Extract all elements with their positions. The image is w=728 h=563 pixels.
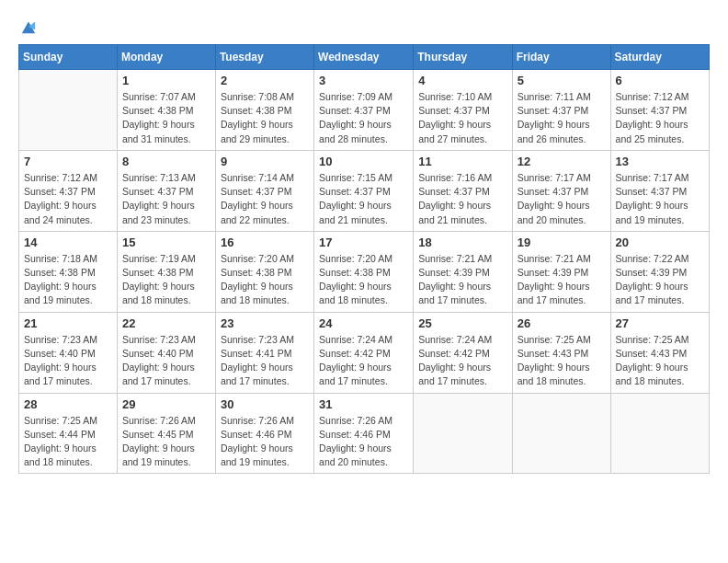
day-info: Sunrise: 7:21 AMSunset: 4:39 PMDaylight:… (518, 252, 606, 308)
calendar-cell: 22Sunrise: 7:23 AMSunset: 4:40 PMDayligh… (117, 312, 215, 393)
day-info: Sunrise: 7:14 AMSunset: 4:37 PMDaylight:… (221, 171, 309, 227)
calendar-cell: 5Sunrise: 7:11 AMSunset: 4:37 PMDaylight… (512, 70, 610, 151)
day-number: 8 (122, 155, 210, 168)
calendar-cell (610, 393, 709, 474)
day-number: 10 (319, 155, 408, 168)
calendar-cell: 26Sunrise: 7:25 AMSunset: 4:43 PMDayligh… (512, 312, 610, 393)
calendar-cell: 29Sunrise: 7:26 AMSunset: 4:45 PMDayligh… (117, 393, 215, 474)
header-day-thursday: Thursday (414, 45, 512, 70)
day-info: Sunrise: 7:07 AMSunset: 4:38 PMDaylight:… (122, 90, 210, 146)
day-number: 1 (122, 74, 210, 87)
day-info: Sunrise: 7:13 AMSunset: 4:37 PMDaylight:… (122, 171, 210, 227)
calendar-cell: 14Sunrise: 7:18 AMSunset: 4:38 PMDayligh… (19, 231, 118, 312)
header-day-friday: Friday (512, 45, 610, 70)
day-info: Sunrise: 7:24 AMSunset: 4:42 PMDaylight:… (418, 333, 506, 389)
header-day-saturday: Saturday (610, 45, 709, 70)
day-number: 4 (418, 74, 506, 87)
calendar-cell: 12Sunrise: 7:17 AMSunset: 4:37 PMDayligh… (512, 150, 610, 231)
day-number: 17 (319, 236, 408, 249)
header-row: SundayMondayTuesdayWednesdayThursdayFrid… (19, 45, 710, 70)
day-info: Sunrise: 7:12 AMSunset: 4:37 PMDaylight:… (616, 90, 704, 146)
calendar-cell: 24Sunrise: 7:24 AMSunset: 4:42 PMDayligh… (314, 312, 414, 393)
calendar-table: SundayMondayTuesdayWednesdayThursdayFrid… (18, 44, 710, 474)
day-number: 26 (518, 316, 606, 330)
day-number: 11 (418, 155, 506, 168)
calendar-cell: 7Sunrise: 7:12 AMSunset: 4:37 PMDaylight… (19, 150, 118, 231)
day-number: 12 (518, 155, 606, 168)
calendar-cell: 8Sunrise: 7:13 AMSunset: 4:37 PMDaylight… (117, 150, 215, 231)
day-number: 22 (122, 316, 210, 330)
day-number: 28 (24, 397, 112, 411)
day-number: 31 (319, 397, 408, 411)
day-number: 5 (518, 74, 606, 87)
header-day-wednesday: Wednesday (314, 45, 414, 70)
day-info: Sunrise: 7:25 AMSunset: 4:43 PMDaylight:… (518, 333, 606, 389)
calendar-cell: 19Sunrise: 7:21 AMSunset: 4:39 PMDayligh… (512, 231, 610, 312)
calendar-cell: 25Sunrise: 7:24 AMSunset: 4:42 PMDayligh… (414, 312, 512, 393)
day-number: 14 (24, 236, 112, 249)
calendar-cell: 1Sunrise: 7:07 AMSunset: 4:38 PMDaylight… (117, 70, 215, 151)
week-row-2: 14Sunrise: 7:18 AMSunset: 4:38 PMDayligh… (19, 231, 710, 312)
day-number: 19 (518, 236, 606, 249)
page-header (18, 18, 710, 35)
day-info: Sunrise: 7:25 AMSunset: 4:44 PMDaylight:… (24, 414, 112, 470)
day-info: Sunrise: 7:26 AMSunset: 4:45 PMDaylight:… (122, 414, 210, 470)
calendar-cell: 11Sunrise: 7:16 AMSunset: 4:37 PMDayligh… (414, 150, 512, 231)
day-number: 7 (24, 155, 112, 168)
header-day-monday: Monday (117, 45, 215, 70)
day-info: Sunrise: 7:09 AMSunset: 4:37 PMDaylight:… (319, 90, 408, 146)
day-number: 13 (616, 155, 704, 168)
calendar-cell (512, 393, 610, 474)
day-info: Sunrise: 7:23 AMSunset: 4:41 PMDaylight:… (221, 333, 309, 389)
calendar-cell (414, 393, 512, 474)
calendar-cell: 21Sunrise: 7:23 AMSunset: 4:40 PMDayligh… (19, 312, 118, 393)
header-day-tuesday: Tuesday (215, 45, 313, 70)
week-row-3: 21Sunrise: 7:23 AMSunset: 4:40 PMDayligh… (19, 312, 710, 393)
day-info: Sunrise: 7:20 AMSunset: 4:38 PMDaylight:… (221, 252, 309, 308)
week-row-4: 28Sunrise: 7:25 AMSunset: 4:44 PMDayligh… (19, 393, 710, 474)
calendar-cell (19, 70, 118, 151)
calendar-cell: 27Sunrise: 7:25 AMSunset: 4:43 PMDayligh… (610, 312, 709, 393)
day-info: Sunrise: 7:20 AMSunset: 4:38 PMDaylight:… (319, 252, 408, 308)
day-info: Sunrise: 7:25 AMSunset: 4:43 PMDaylight:… (616, 333, 704, 389)
day-number: 18 (418, 236, 506, 249)
calendar-cell: 15Sunrise: 7:19 AMSunset: 4:38 PMDayligh… (117, 231, 215, 312)
day-info: Sunrise: 7:11 AMSunset: 4:37 PMDaylight:… (518, 90, 606, 146)
header-day-sunday: Sunday (19, 45, 118, 70)
calendar-cell: 4Sunrise: 7:10 AMSunset: 4:37 PMDaylight… (414, 70, 512, 151)
day-info: Sunrise: 7:18 AMSunset: 4:38 PMDaylight:… (24, 252, 112, 308)
calendar-cell: 6Sunrise: 7:12 AMSunset: 4:37 PMDaylight… (610, 70, 709, 151)
day-info: Sunrise: 7:24 AMSunset: 4:42 PMDaylight:… (319, 333, 408, 389)
day-info: Sunrise: 7:22 AMSunset: 4:39 PMDaylight:… (616, 252, 704, 308)
day-number: 30 (221, 397, 309, 411)
day-info: Sunrise: 7:08 AMSunset: 4:38 PMDaylight:… (221, 90, 309, 146)
day-info: Sunrise: 7:26 AMSunset: 4:46 PMDaylight:… (221, 414, 309, 470)
calendar-cell: 16Sunrise: 7:20 AMSunset: 4:38 PMDayligh… (215, 231, 313, 312)
day-number: 21 (24, 316, 112, 330)
day-number: 23 (221, 316, 309, 330)
logo-icon (20, 18, 37, 35)
day-info: Sunrise: 7:23 AMSunset: 4:40 PMDaylight:… (122, 333, 210, 389)
calendar-cell: 9Sunrise: 7:14 AMSunset: 4:37 PMDaylight… (215, 150, 313, 231)
day-info: Sunrise: 7:19 AMSunset: 4:38 PMDaylight:… (122, 252, 210, 308)
calendar-cell: 2Sunrise: 7:08 AMSunset: 4:38 PMDaylight… (215, 70, 313, 151)
week-row-0: 1Sunrise: 7:07 AMSunset: 4:38 PMDaylight… (19, 70, 710, 151)
day-number: 6 (616, 74, 704, 87)
calendar-cell: 18Sunrise: 7:21 AMSunset: 4:39 PMDayligh… (414, 231, 512, 312)
day-info: Sunrise: 7:16 AMSunset: 4:37 PMDaylight:… (418, 171, 506, 227)
day-info: Sunrise: 7:23 AMSunset: 4:40 PMDaylight:… (24, 333, 112, 389)
day-info: Sunrise: 7:26 AMSunset: 4:46 PMDaylight:… (319, 414, 408, 470)
day-info: Sunrise: 7:15 AMSunset: 4:37 PMDaylight:… (319, 171, 408, 227)
day-info: Sunrise: 7:12 AMSunset: 4:37 PMDaylight:… (24, 171, 112, 227)
calendar-cell: 17Sunrise: 7:20 AMSunset: 4:38 PMDayligh… (314, 231, 414, 312)
day-number: 27 (616, 316, 704, 330)
day-number: 25 (418, 316, 506, 330)
day-number: 2 (221, 74, 309, 87)
calendar-header: SundayMondayTuesdayWednesdayThursdayFrid… (19, 45, 710, 70)
day-number: 20 (616, 236, 704, 249)
day-info: Sunrise: 7:10 AMSunset: 4:37 PMDaylight:… (418, 90, 506, 146)
day-number: 16 (221, 236, 309, 249)
logo (18, 18, 37, 35)
calendar-cell: 30Sunrise: 7:26 AMSunset: 4:46 PMDayligh… (215, 393, 313, 474)
day-number: 9 (221, 155, 309, 168)
